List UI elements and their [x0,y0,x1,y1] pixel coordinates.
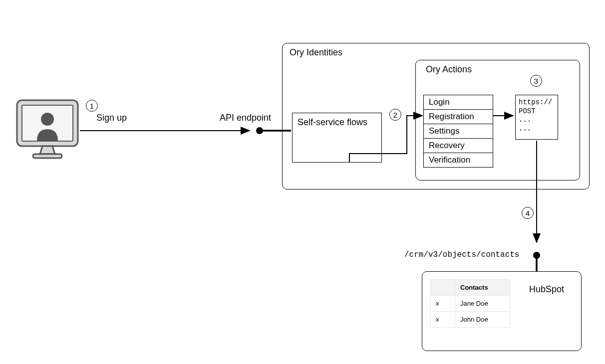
action-row-verification: Verification [424,153,493,167]
webhook-code-box: https:// POST ... ... [515,95,558,140]
step-1-marker: 1 [86,100,98,112]
action-row-login: Login [424,95,493,110]
contacts-r2-x: x [431,312,455,328]
action-flows-list: Login Registration Settings Recovery Ver… [423,95,493,168]
contacts-r1-x: x [431,296,455,312]
user-monitor-icon [15,97,80,162]
self-service-flows-box: Self-service flows [292,113,382,163]
diagram-canvas: Ory Identities Self-service flows Ory Ac… [0,0,605,364]
ory-actions-title: Ory Actions [426,64,472,75]
contacts-r2-name: John Doe [455,312,510,328]
contacts-header: Contacts [455,280,510,296]
contacts-r1-name: Jane Doe [455,296,510,312]
svg-point-3 [41,113,54,126]
action-row-registration: Registration [424,110,493,124]
ory-identities-title: Ory Identities [290,47,342,58]
step-3-marker: 3 [530,75,542,87]
step-4-marker: 4 [522,207,534,219]
table-row: x Jane Doe [431,296,510,312]
svg-point-9 [533,252,540,259]
contacts-header-blank [431,280,455,296]
svg-rect-2 [33,154,62,158]
api-endpoint-label: API endpoint [220,113,271,123]
self-service-label: Self-service flows [298,117,367,127]
contacts-table: Contacts x Jane Doe x John Doe [430,279,510,328]
svg-point-5 [256,127,263,134]
table-row: x John Doe [431,312,510,328]
crm-path-label: /crm/v3/objects/contacts [404,250,519,259]
action-row-settings: Settings [424,124,493,139]
action-row-recovery: Recovery [424,139,493,153]
hubspot-title: HubSpot [529,284,564,295]
step-2-marker: 2 [389,109,401,121]
signup-label: Sign up [96,113,127,123]
